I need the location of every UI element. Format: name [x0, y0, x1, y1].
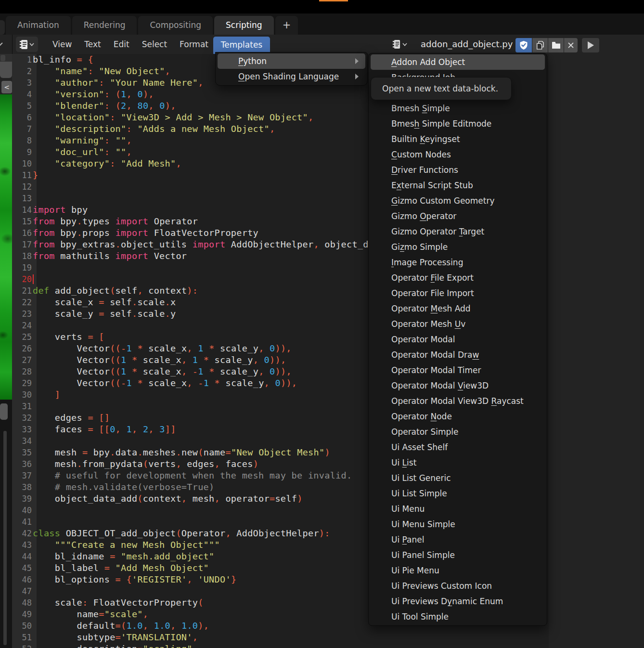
menu-item-label: Bmesh Simple Editmode — [391, 119, 491, 129]
menu-templates[interactable]: Templates — [213, 37, 270, 54]
run-script-button[interactable] — [582, 38, 599, 52]
menu-item-label: Operator Modal Timer — [391, 365, 481, 375]
shield-check-icon — [519, 40, 528, 50]
menu-item-label: Operator Node — [391, 412, 452, 421]
menu-item-ui-panel-simple[interactable]: Ui Panel Simple — [371, 547, 545, 563]
top-black-bar — [0, 0, 644, 13]
add-workspace-button[interactable]: + — [275, 16, 298, 35]
menu-item-operator-mesh-add[interactable]: Operator Mesh Add — [371, 301, 545, 316]
workspace-tabs: AnimationRenderingCompositingScripting+ — [6, 16, 298, 35]
menu-view[interactable]: View — [46, 35, 78, 54]
menu-item-operator-simple[interactable]: Operator Simple — [371, 424, 545, 440]
code-line: "warning": "", — [33, 135, 407, 146]
menu-item-label: Operator Modal View3D — [391, 381, 489, 390]
menu-item-label: Operator Modal — [391, 335, 455, 344]
menu-item-label: Ui List Simple — [391, 489, 447, 498]
code-line — [33, 585, 407, 597]
code-line: Vector((-1 * scale_x, 1 * scale_y, 0)), — [33, 343, 407, 354]
menu-item-gizmo-custom-geometry[interactable]: Gizmo Custom Geometry — [371, 193, 545, 208]
menu-item-ui-list-simple[interactable]: Ui List Simple — [371, 486, 545, 501]
region-handle[interactable] — [0, 403, 8, 420]
menu-item-gizmo-operator[interactable]: Gizmo Operator — [371, 208, 545, 224]
code-line: bl_options = {'REGISTER', 'UNDO'} — [33, 574, 407, 585]
menu-item-label: Ui Tool Simple — [391, 612, 449, 622]
text-name-field[interactable]: addon_add_object.py — [421, 35, 513, 54]
menu-item-ui-panel[interactable]: Ui Panel — [371, 532, 545, 547]
code-line: subtype='TRANSLATION', — [33, 632, 407, 643]
menu-item-operator-modal-timer[interactable]: Operator Modal Timer — [371, 363, 545, 378]
code-line: } — [33, 169, 407, 181]
menu-item-operator-modal-view3d[interactable]: Operator Modal View3D — [371, 378, 545, 393]
vertical-scrollbar[interactable] — [3, 431, 7, 645]
menu-item-label: Custom Nodes — [391, 150, 451, 159]
menu-item-bmesh-simple-editmode[interactable]: Bmesh Simple Editmode — [371, 116, 545, 131]
menu-item-label: Operator File Import — [391, 288, 474, 298]
templates-dropdown-menu: PythonOpen Shading Language — [215, 52, 368, 86]
code-line — [33, 193, 407, 204]
menu-item-driver-functions[interactable]: Driver Functions — [371, 162, 545, 178]
menu-item-operator-modal-view3d-raycast[interactable]: Operator Modal View3D Raycast — [371, 393, 545, 409]
menu-item-operator-modal-draw[interactable]: Operator Modal Draw — [371, 347, 545, 363]
menu-item-python[interactable]: Python — [218, 53, 365, 69]
menu-item-bmesh-simple[interactable]: Bmesh Simple — [371, 101, 545, 116]
text-editor-code-area[interactable]: 1234567891011121314151617181920212223242… — [12, 54, 644, 648]
menu-item-ui-previews-dynamic-enum[interactable]: Ui Previews Dynamic Enum — [371, 594, 545, 609]
menu-item-operator-node[interactable]: Operator Node — [371, 409, 545, 424]
menu-item-image-processing[interactable]: Image Processing — [371, 255, 545, 270]
text-cursor — [33, 274, 34, 284]
menu-item-builtin-keyingset[interactable]: Builtin Keyingset — [371, 131, 545, 147]
menu-item-operator-modal[interactable]: Operator Modal — [371, 332, 545, 347]
workspace-tab-compositing[interactable]: Compositing — [138, 16, 213, 35]
code-line: from bpy.props import FloatVectorPropert… — [33, 227, 407, 239]
menu-item-ui-tool-simple[interactable]: Ui Tool Simple — [371, 609, 545, 624]
menu-item-ui-pie-menu[interactable]: Ui Pie Menu — [371, 563, 545, 578]
menu-item-label: Operator File Export — [391, 273, 474, 283]
menu-item-gizmo-simple[interactable]: Gizmo Simple — [371, 239, 545, 255]
submenu-arrow-icon — [355, 58, 359, 64]
menu-item-ui-list[interactable]: Ui List — [371, 455, 545, 470]
menu-item-external-script-stub[interactable]: External Script Stub — [371, 178, 545, 193]
menu-item-custom-nodes[interactable]: Custom Nodes — [371, 147, 545, 162]
workspace-tab-animation[interactable]: Animation — [6, 16, 71, 35]
workspace-tab-scripting[interactable]: Scripting — [214, 16, 274, 35]
menu-item-label: Ui Asset Shelf — [391, 442, 448, 452]
editor-type-selector[interactable] — [16, 37, 38, 52]
menu-select[interactable]: Select — [136, 35, 173, 54]
menu-item-ui-list-generic[interactable]: Ui List Generic — [371, 470, 545, 486]
menu-item-ui-asset-shelf[interactable]: Ui Asset Shelf — [371, 440, 545, 455]
menu-item-operator-mesh-uv[interactable]: Operator Mesh Uv — [371, 316, 545, 332]
menu-item-addon-add-object[interactable]: Addon Add Object — [371, 54, 545, 70]
header-menu-bar: ViewTextEditSelectFormat — [46, 35, 215, 54]
code-line: default=(1.0, 1.0, 1.0), — [33, 620, 407, 632]
code-line: mesh.from_pydata(verts, edges, faces) — [33, 458, 407, 470]
menu-item-ui-menu[interactable]: Ui Menu — [371, 501, 545, 517]
menu-item-label: Open Shading Language — [238, 72, 339, 81]
code-line: Vector((1 * scale_x, -1 * scale_y, 0)), — [33, 366, 407, 377]
viewport-3d-sliver[interactable]: < — [0, 54, 12, 400]
menu-item-label: Ui Panel — [391, 535, 424, 544]
menu-item-open-shading-language[interactable]: Open Shading Language — [218, 69, 365, 84]
menu-text[interactable]: Text — [78, 35, 107, 54]
menu-item-label: Ui Pie Menu — [391, 566, 439, 575]
menu-item-operator-file-import[interactable]: Operator File Import — [371, 285, 545, 301]
menu-item-label: Gizmo Operator Target — [391, 227, 484, 236]
code-line: "category": "Add Mesh", — [33, 158, 407, 169]
open-text-button[interactable] — [548, 38, 564, 52]
code-line: """Create a new Mesh Object""" — [33, 539, 407, 551]
fake-user-shield-toggle[interactable] — [515, 38, 532, 52]
new-text-button[interactable] — [532, 38, 548, 52]
editor-corner-fragment — [0, 20, 5, 35]
menu-item-ui-previews-custom-icon[interactable]: Ui Previews Custom Icon — [371, 578, 545, 594]
text-datablock-selector[interactable] — [393, 37, 414, 52]
unlink-datablock-button[interactable] — [564, 38, 578, 52]
code-line: def add_object(self, context): — [33, 285, 407, 297]
code-line — [33, 505, 407, 516]
menu-item-operator-file-export[interactable]: Operator File Export — [371, 270, 545, 285]
menu-item-ui-menu-simple[interactable]: Ui Menu Simple — [371, 517, 545, 532]
sidebar-collapse-button[interactable]: < — [1, 81, 12, 93]
workspace-tab-rendering[interactable]: Rendering — [72, 16, 137, 35]
menu-item-gizmo-operator-target[interactable]: Gizmo Operator Target — [371, 224, 545, 239]
menu-edit[interactable]: Edit — [107, 35, 136, 54]
code-line — [33, 273, 407, 285]
menu-format[interactable]: Format — [173, 35, 215, 54]
